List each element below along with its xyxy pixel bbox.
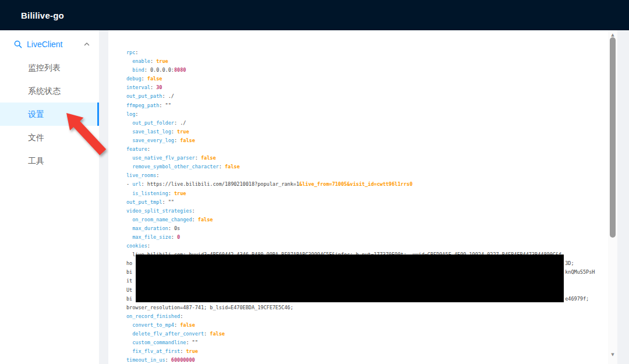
sidebar-item-settings[interactable]: 设置 [0, 103, 99, 126]
app-header: Bililive-go [0, 0, 629, 30]
config-line: out_put_path: ./ [126, 92, 595, 101]
config-line: feature: [126, 145, 595, 154]
scrollbar-thumb[interactable] [610, 37, 616, 238]
magnifier-icon [14, 40, 22, 48]
config-line: save_last_log: true [126, 128, 595, 136]
scroll-down-arrow-icon[interactable]: ▼ [608, 351, 617, 358]
app-title: Bililive-go [21, 10, 64, 20]
config-line: remove_symbol_other_character: false [126, 162, 595, 171]
config-line: is_listening: true [126, 189, 595, 198]
config-yaml: rpc: enable: true bind: 0.0.0.0:8080debu… [126, 48, 595, 364]
config-line: save_every_log: false [126, 136, 595, 145]
config-line: custom_commandline: "" [126, 338, 595, 347]
sidebar-menu-liveclient[interactable]: LiveClient [0, 33, 99, 56]
config-line: cookies: [126, 242, 595, 250]
config-line: max_file_size: 0 [126, 233, 595, 242]
config-line: interval: 30 [126, 83, 595, 92]
scrollbar: ▲ ▼ [608, 30, 617, 364]
config-line: delete_flv_after_convert: false [126, 330, 595, 338]
sidebar-item-tools[interactable]: 工具 [0, 149, 99, 172]
config-line: rpc: [126, 48, 595, 57]
config-line: on_record_finished: [126, 312, 595, 321]
sidebar-item-files[interactable]: 文件 [0, 126, 99, 149]
main-content: rpc: enable: true bind: 0.0.0.0:8080debu… [108, 30, 617, 364]
config-line: enable: true [126, 57, 595, 66]
config-line: debug: false [126, 75, 595, 83]
sidebar: LiveClient 监控列表系统状态设置文件工具 [0, 30, 99, 364]
config-line: - url: https://live.bilibili.com/1890210… [126, 180, 595, 189]
config-line: live_rooms: [126, 171, 595, 180]
config-line: ffmpeg_path: "" [126, 101, 595, 110]
config-line: on_room_name_changed: false [126, 215, 595, 224]
sidebar-menu-label: LiveClient [27, 40, 62, 49]
chevron-up-icon [84, 41, 90, 47]
config-line: browser_resolution=487-741; b_lsid=E470E… [126, 303, 595, 312]
sidebar-item-system-status[interactable]: 系统状态 [0, 79, 99, 103]
config-line: out_put_tmpl: "" [126, 198, 595, 207]
config-line: max_duration: 0s [126, 224, 595, 233]
config-line: log: [126, 110, 595, 119]
config-line: convert_to_mp4: false [126, 321, 595, 330]
config-line: bind: 0.0.0.0:8080 [126, 66, 595, 75]
config-line: out_put_folder: ./ [126, 119, 595, 128]
sidebar-menu-list: 监控列表系统状态设置文件工具 [0, 56, 99, 172]
redaction-box [136, 255, 564, 302]
config-line: fix_flv_at_first: true [126, 347, 595, 356]
sidebar-item-monitor-list[interactable]: 监控列表 [0, 56, 99, 79]
config-line: timeout_in_us: 60000000 [126, 356, 595, 364]
config-line: use_native_flv_parser: false [126, 154, 595, 162]
config-line: video_split_strategies: [126, 207, 595, 215]
